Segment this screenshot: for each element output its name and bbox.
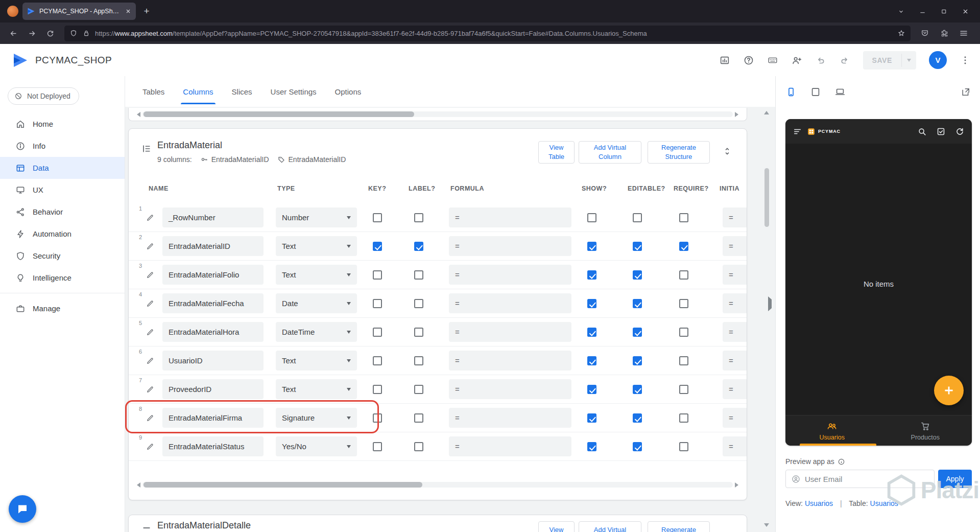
column-name-input[interactable]: EntradaMaterialStatus: [162, 436, 264, 456]
scroll-right-arrow[interactable]: [735, 482, 738, 488]
browser-tab[interactable]: PCYMAC_SHOP - AppSheet: [22, 3, 136, 20]
pocket-icon[interactable]: [917, 26, 933, 41]
require-checkbox[interactable]: [679, 213, 688, 222]
help-icon[interactable]: [743, 55, 754, 66]
column-type-select[interactable]: Text: [276, 379, 357, 399]
browser-profile-avatar[interactable]: [7, 6, 18, 17]
lock-icon[interactable]: [82, 29, 90, 37]
key-checkbox[interactable]: [373, 413, 382, 423]
horizontal-scrollbar[interactable]: [137, 111, 738, 118]
formula-field[interactable]: =: [449, 379, 571, 399]
scroll-down-arrow[interactable]: [764, 523, 769, 527]
vertical-scrollbar[interactable]: [764, 109, 770, 530]
add-virtual-column-button[interactable]: Add Virtual Column: [579, 141, 641, 164]
redo-icon[interactable]: [839, 55, 850, 66]
formula-field[interactable]: =: [449, 322, 571, 342]
preview-nav-usuarios[interactable]: Usuarios: [785, 415, 879, 446]
key-checkbox[interactable]: [373, 270, 382, 280]
editable-checkbox[interactable]: [633, 213, 642, 222]
key-checkbox[interactable]: [373, 328, 382, 337]
scrollbar-thumb[interactable]: [144, 482, 422, 488]
info-icon[interactable]: [838, 458, 845, 466]
scroll-left-arrow[interactable]: [137, 112, 140, 117]
shield-icon[interactable]: [69, 29, 78, 37]
show-checkbox[interactable]: [587, 213, 596, 222]
require-checkbox[interactable]: [679, 270, 688, 280]
refresh-icon[interactable]: [955, 127, 965, 136]
editable-checkbox[interactable]: [633, 299, 642, 308]
sidebar-item-data[interactable]: Data: [0, 157, 125, 179]
edit-pencil-icon[interactable]: [146, 328, 155, 337]
show-checkbox[interactable]: [587, 299, 596, 308]
view-table-button[interactable]: View Table: [538, 141, 575, 164]
formula-field[interactable]: =: [449, 265, 571, 285]
unfold-icon[interactable]: [722, 146, 732, 156]
preview-icon[interactable]: [719, 55, 730, 66]
formula-field[interactable]: =: [449, 351, 571, 371]
chat-help-button[interactable]: [9, 495, 36, 523]
column-name-input[interactable]: EntradaMaterialFecha: [162, 293, 264, 313]
regenerate-structure-button[interactable]: Regenerate: [648, 521, 710, 532]
sidebar-item-intelligence[interactable]: Intelligence: [0, 267, 125, 289]
undo-icon[interactable]: [815, 55, 826, 66]
horizontal-scrollbar[interactable]: [137, 481, 738, 488]
editable-checkbox[interactable]: [633, 356, 642, 365]
initial-value-field[interactable]: =: [723, 351, 747, 371]
key-checkbox[interactable]: [373, 442, 382, 451]
sidebar-item-security[interactable]: Security: [0, 245, 125, 267]
formula-field[interactable]: =: [449, 436, 571, 456]
show-checkbox[interactable]: [587, 385, 596, 394]
open-in-new-icon[interactable]: [961, 87, 971, 97]
user-email-input[interactable]: User Email: [785, 470, 935, 488]
scrollbar-thumb[interactable]: [144, 111, 414, 117]
show-checkbox[interactable]: [587, 442, 596, 451]
tab-tables[interactable]: Tables: [133, 76, 174, 107]
label-checkbox[interactable]: [414, 270, 423, 280]
column-type-select[interactable]: DateTime: [276, 322, 357, 342]
back-icon[interactable]: [5, 26, 21, 41]
require-checkbox[interactable]: [679, 356, 688, 365]
column-name-input[interactable]: EntradaMaterialID: [162, 236, 264, 256]
regenerate-structure-button[interactable]: Regenerate Structure: [648, 141, 710, 164]
bookmark-star-icon[interactable]: [897, 29, 905, 37]
edit-pencil-icon[interactable]: [146, 299, 155, 308]
column-name-input[interactable]: _RowNumber: [162, 207, 264, 227]
tab-slices[interactable]: Slices: [223, 76, 261, 107]
column-name-input[interactable]: EntradaMaterialFolio: [162, 265, 264, 285]
close-icon[interactable]: [954, 3, 976, 20]
require-checkbox[interactable]: [679, 328, 688, 337]
editable-checkbox[interactable]: [633, 413, 642, 423]
view-table-button[interactable]: View: [538, 521, 575, 532]
column-name-input[interactable]: ProveedorID: [162, 379, 264, 399]
edit-pencil-icon[interactable]: [146, 385, 155, 394]
url-bar[interactable]: https://www.appsheet.com/template/AppDef…: [64, 26, 911, 41]
require-checkbox[interactable]: [679, 385, 688, 394]
formula-field[interactable]: =: [449, 293, 571, 313]
column-type-select[interactable]: Number: [276, 207, 357, 227]
editable-checkbox[interactable]: [633, 385, 642, 394]
collapse-dash-icon[interactable]: [141, 522, 152, 532]
require-checkbox[interactable]: [679, 413, 688, 423]
search-icon[interactable]: [917, 127, 927, 136]
save-button[interactable]: SAVE: [863, 51, 917, 70]
tabs-chevron-icon[interactable]: [890, 3, 912, 20]
add-virtual-column-button[interactable]: Add Virtual: [579, 521, 641, 532]
tab-columns[interactable]: Columns: [174, 76, 222, 107]
menu-icon[interactable]: [955, 26, 972, 41]
reload-icon[interactable]: [42, 26, 58, 41]
key-checkbox[interactable]: [373, 242, 382, 251]
deploy-status-badge[interactable]: Not Deployed: [8, 87, 79, 105]
label-checkbox[interactable]: [414, 385, 423, 394]
table-link[interactable]: Usuarios: [870, 499, 898, 507]
edit-pencil-icon[interactable]: [146, 442, 155, 451]
formula-field[interactable]: =: [449, 207, 571, 227]
column-type-select[interactable]: Signature: [276, 408, 357, 428]
key-checkbox[interactable]: [373, 213, 382, 222]
initial-value-field[interactable]: =: [723, 293, 747, 313]
initial-value-field[interactable]: =: [723, 408, 747, 428]
label-checkbox[interactable]: [414, 328, 423, 337]
show-checkbox[interactable]: [587, 413, 596, 423]
column-type-select[interactable]: Date: [276, 293, 357, 313]
new-tab-button[interactable]: +: [139, 4, 154, 19]
apply-button[interactable]: Apply: [938, 470, 972, 488]
